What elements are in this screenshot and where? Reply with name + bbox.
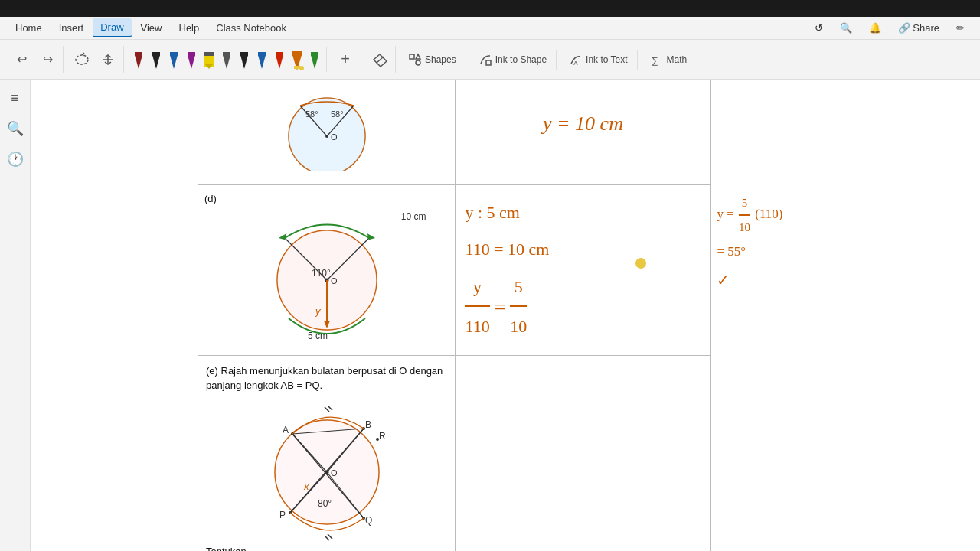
sidebar: ≡ 🔍 🕐 — [0, 80, 31, 551]
shapes-label: Shapes — [425, 54, 456, 65]
pen-gray[interactable] — [218, 47, 235, 72]
ink-to-shape-button[interactable]: Ink to Shape — [472, 50, 553, 70]
undo-button[interactable]: ↩ — [9, 46, 34, 73]
pen-blue2[interactable] — [253, 47, 270, 72]
svg-text:R: R — [379, 431, 386, 442]
cell-mid-right: y : 5 cm 110 = 10 cm y 110 = 5 — [456, 185, 710, 356]
svg-marker-16 — [240, 55, 248, 69]
svg-text:O: O — [331, 276, 338, 285]
menu-draw[interactable]: Draw — [93, 18, 131, 37]
svg-marker-14 — [223, 55, 230, 69]
menu-help[interactable]: Help — [172, 19, 207, 37]
footer-tentukan: Tentukan — [206, 544, 447, 551]
sidebar-notes[interactable]: ≡ — [3, 86, 28, 110]
menu-search[interactable]: 🔍 — [832, 19, 860, 37]
extra-line2: = 55° — [717, 239, 795, 265]
table-row-mid: (d) 10 cm — [198, 185, 802, 356]
table-row-bot: (e) Rajah menunjukkan bulatan berpusat d… — [198, 355, 802, 551]
svg-marker-5 — [152, 55, 160, 69]
problem-description: (e) Rajah menunjukkan bulatan berpusat d… — [206, 364, 447, 393]
svg-rect-13 — [204, 52, 214, 56]
pen-yellow-highlight[interactable] — [201, 47, 217, 72]
pen-darkred[interactable] — [130, 47, 147, 72]
redo-button[interactable]: ↪ — [35, 46, 60, 73]
app-layout: ≡ 🔍 🕐 — [0, 80, 980, 551]
cell-bot-extra — [710, 355, 802, 551]
svg-rect-8 — [170, 52, 178, 56]
menu-view[interactable]: View — [133, 19, 170, 37]
svg-text:58°: 58° — [305, 109, 318, 119]
sidebar-history[interactable]: 🕐 — [3, 147, 28, 171]
svg-text:∑: ∑ — [652, 55, 658, 66]
svg-line-81 — [325, 536, 329, 540]
svg-line-79 — [325, 407, 329, 412]
menu-home[interactable]: Home — [8, 19, 50, 37]
svg-rect-26 — [311, 52, 318, 56]
pen-orange[interactable] — [289, 47, 305, 72]
pen-black[interactable] — [148, 47, 165, 72]
lasso-button[interactable] — [70, 46, 94, 73]
svg-text:110°: 110° — [312, 268, 331, 279]
svg-point-0 — [76, 55, 88, 64]
add-space-button[interactable] — [96, 46, 120, 73]
svg-rect-21 — [276, 52, 283, 56]
menu-bell[interactable]: 🔔 — [861, 19, 889, 37]
main-content: O 58° 58° — [31, 80, 980, 551]
svg-text:A: A — [283, 425, 289, 435]
svg-point-30 — [416, 60, 420, 65]
cell-mid-extra: y = 5 10 (110) = 55° ✓ — [710, 185, 802, 356]
menu-pen-mode[interactable]: ✏ — [949, 19, 972, 37]
menu-bar: Home Insert Draw View Help Class Noteboo… — [0, 17, 980, 40]
title-bar — [0, 0, 980, 17]
math-label: Math — [667, 54, 688, 65]
ink-to-text-label: Ink to Text — [586, 54, 627, 65]
table-row-top: O 58° 58° — [198, 80, 802, 185]
math-button[interactable]: ∑ Math — [644, 50, 694, 70]
notebook-table: O 58° 58° — [198, 80, 802, 551]
cell-mid-left: (d) 10 cm — [198, 185, 456, 356]
extra-checkmark: ✓ — [717, 265, 795, 295]
mid-line1: y : 5 cm — [465, 194, 701, 231]
svg-rect-32 — [486, 60, 491, 65]
pen-red[interactable] — [271, 47, 288, 72]
svg-rect-19 — [258, 52, 266, 56]
shapes-button[interactable]: Shapes — [402, 50, 462, 70]
svg-line-28 — [377, 57, 384, 63]
svg-rect-10 — [188, 52, 195, 56]
pen-green[interactable] — [306, 47, 323, 72]
dim-10cm: 10 cm — [401, 211, 426, 222]
pen-blue[interactable] — [165, 47, 182, 72]
menu-insert[interactable]: Insert — [51, 19, 92, 37]
pen-purple[interactable] — [183, 47, 200, 72]
svg-rect-4 — [135, 52, 142, 56]
svg-marker-25 — [311, 55, 318, 69]
svg-line-80 — [328, 406, 332, 410]
mid-line2: 110 = 10 cm — [465, 231, 701, 268]
ink-to-shape-label: Ink to Shape — [495, 54, 547, 65]
svg-text:80°: 80° — [318, 498, 332, 509]
menu-share[interactable]: 🔗 Share — [890, 19, 947, 37]
pen-black2[interactable] — [236, 47, 253, 72]
extra-line1: y = 5 10 (110) — [717, 191, 795, 239]
svg-text:Q: Q — [365, 515, 372, 526]
cell-top-left: O 58° 58° — [198, 80, 456, 185]
svg-text:5 cm: 5 cm — [308, 331, 328, 341]
svg-marker-3 — [135, 55, 142, 69]
add-pen-button[interactable]: + — [333, 46, 358, 73]
svg-rect-15 — [223, 52, 230, 56]
svg-text:O: O — [331, 468, 338, 478]
svg-rect-17 — [240, 52, 248, 56]
svg-text:58°: 58° — [331, 109, 344, 119]
svg-marker-7 — [170, 55, 178, 69]
svg-rect-23 — [292, 51, 302, 56]
top-equation: y = 10 cm — [543, 112, 623, 135]
eraser-button[interactable] — [368, 46, 392, 73]
ink-to-text-button[interactable]: A Ink to Text — [563, 50, 633, 70]
sidebar-search[interactable]: 🔍 — [3, 116, 28, 141]
svg-marker-9 — [188, 55, 195, 69]
svg-text:O: O — [331, 132, 338, 142]
menu-class-notebook[interactable]: Class Notebook — [208, 19, 294, 37]
menu-sync[interactable]: ↺ — [807, 19, 831, 37]
svg-text:B: B — [365, 419, 371, 430]
svg-line-82 — [328, 534, 332, 539]
